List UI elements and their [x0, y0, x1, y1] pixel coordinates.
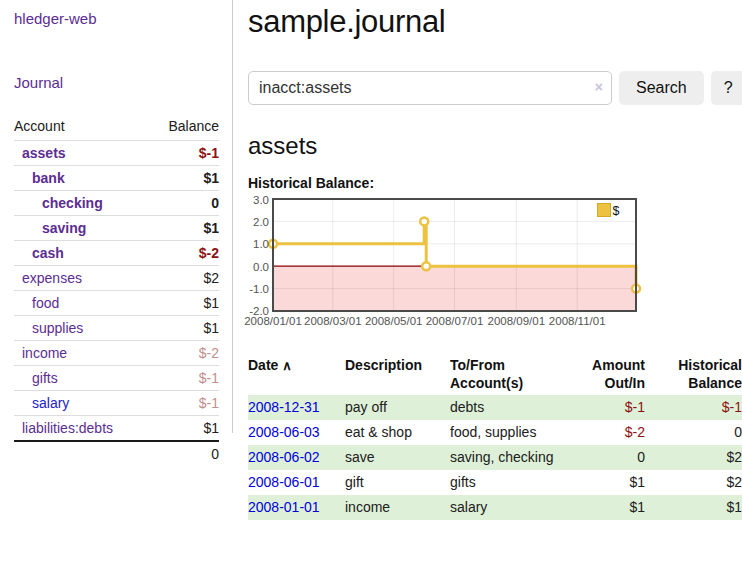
- account-row-supplies: supplies $1: [14, 316, 219, 341]
- account-link-expenses[interactable]: expenses: [22, 270, 82, 286]
- account-link-liabilities-debts[interactable]: liabilities:debts: [22, 420, 113, 436]
- transaction-description: save: [345, 445, 450, 470]
- y-axis-labels: 3.0 2.0 1.0 0.0 -1.0 -2.0: [249, 194, 269, 318]
- account-row-expenses: expenses $2: [14, 266, 219, 291]
- account-link-cash[interactable]: cash: [32, 245, 64, 261]
- help-button[interactable]: ?: [711, 71, 742, 105]
- svg-text:2008/11/01: 2008/11/01: [549, 315, 606, 327]
- account-row-saving: saving $1: [14, 216, 219, 241]
- column-header-description: Description: [345, 353, 450, 395]
- svg-text:2.0: 2.0: [253, 216, 269, 228]
- sidebar-item-journal[interactable]: Journal: [14, 74, 63, 91]
- account-row-food: food $1: [14, 291, 219, 316]
- account-balance: $1: [150, 166, 219, 191]
- account-row-liabilities-debts: liabilities:debts $1: [14, 416, 219, 442]
- search-bar: × Search ?: [248, 71, 742, 105]
- transaction-description: gift: [345, 470, 450, 495]
- svg-text:3.0: 3.0: [253, 194, 269, 206]
- svg-text:2008/09/01: 2008/09/01: [488, 315, 546, 327]
- sidebar-divider: [232, 0, 233, 433]
- account-link-saving[interactable]: saving: [42, 220, 86, 236]
- clear-search-icon[interactable]: ×: [595, 79, 603, 95]
- legend-label: $: [613, 204, 620, 218]
- chart-legend: $: [598, 204, 620, 218]
- svg-text:2008/01/01: 2008/01/01: [244, 315, 302, 327]
- transaction-balance: $2: [645, 470, 742, 495]
- transaction-date-link[interactable]: 2008-06-01: [248, 474, 320, 490]
- search-button[interactable]: Search: [619, 71, 704, 105]
- transaction-row: 2008-06-03 eat & shop food, supplies $-2…: [248, 420, 742, 445]
- account-balance: 0: [150, 191, 219, 216]
- account-link-supplies[interactable]: supplies: [32, 320, 83, 336]
- account-row-gifts: gifts $-1: [14, 366, 219, 391]
- transaction-accounts: gifts: [450, 470, 562, 495]
- accounts-header-row: Account Balance: [14, 113, 219, 141]
- transaction-amount: $1: [562, 495, 645, 520]
- register-table: Date ∧ Description To/From Account(s) Am…: [248, 353, 742, 520]
- account-link-assets[interactable]: assets: [22, 145, 66, 161]
- account-balance: $-1: [150, 366, 219, 391]
- legend-swatch: [598, 204, 611, 217]
- column-header-balance: Historical Balance: [645, 353, 742, 395]
- svg-text:-1.0: -1.0: [249, 283, 269, 295]
- transaction-row: 2008-12-31 pay off debts $-1 $-1: [248, 395, 742, 420]
- account-balance: $1: [150, 291, 219, 316]
- transaction-amount: $-1: [562, 395, 645, 420]
- transaction-accounts: salary: [450, 495, 562, 520]
- account-balance: $1: [150, 416, 219, 442]
- account-row-bank: bank $1: [14, 166, 219, 191]
- sidebar-nav: Journal: [14, 28, 220, 92]
- account-balance: $-2: [150, 341, 219, 366]
- account-row-checking: checking 0: [14, 191, 219, 216]
- account-balance: $-2: [150, 241, 219, 266]
- transaction-amount: $1: [562, 470, 645, 495]
- account-heading: assets: [248, 132, 742, 160]
- column-header-date[interactable]: Date ∧: [248, 353, 345, 395]
- transaction-date-link[interactable]: 2008-01-01: [248, 499, 320, 515]
- account-link-checking[interactable]: checking: [42, 195, 103, 211]
- accounts-total-value: 0: [150, 441, 219, 466]
- transaction-date-link[interactable]: 2008-12-31: [248, 399, 320, 415]
- svg-text:0.0: 0.0: [253, 261, 269, 273]
- register-header-row: Date ∧ Description To/From Account(s) Am…: [248, 353, 742, 395]
- data-point-marker: [420, 217, 428, 225]
- account-link-salary[interactable]: salary: [32, 395, 69, 411]
- app-title-link[interactable]: hledger-web: [14, 10, 97, 27]
- x-axis-labels: 2008/01/01 2008/03/01 2008/05/01 2008/07…: [244, 315, 605, 327]
- historical-balance-chart: 3.0 2.0 1.0 0.0 -1.0 -2.0 2008/01/01 200…: [245, 196, 645, 336]
- transaction-row: 2008-06-01 gift gifts $1 $2: [248, 470, 742, 495]
- svg-text:2008/07/01: 2008/07/01: [426, 315, 484, 327]
- account-balance: $-1: [150, 141, 219, 166]
- account-link-income[interactable]: income: [22, 345, 67, 361]
- search-input[interactable]: [248, 71, 612, 105]
- svg-text:2008/05/01: 2008/05/01: [365, 315, 423, 327]
- account-balance: $2: [150, 266, 219, 291]
- account-row-income: income $-2: [14, 341, 219, 366]
- sort-asc-icon: ∧: [282, 358, 292, 373]
- account-link-gifts[interactable]: gifts: [32, 370, 58, 386]
- transaction-date-link[interactable]: 2008-06-03: [248, 424, 320, 440]
- transaction-row: 2008-06-02 save saving, checking 0 $2: [248, 445, 742, 470]
- column-header-amount: Amount Out/In: [562, 353, 645, 395]
- account-balance: $1: [150, 216, 219, 241]
- transaction-balance: 0: [645, 420, 742, 445]
- account-balance: $-1: [150, 391, 219, 416]
- transaction-accounts: saving, checking: [450, 445, 562, 470]
- accounts-total-row: 0: [14, 441, 219, 466]
- account-link-food[interactable]: food: [32, 295, 59, 311]
- accounts-table: Account Balance assets $-1 bank $1 check…: [14, 113, 219, 466]
- svg-text:2008/03/01: 2008/03/01: [304, 315, 362, 327]
- transaction-date-link[interactable]: 2008-06-02: [248, 449, 320, 465]
- transaction-accounts: debts: [450, 395, 562, 420]
- transaction-balance: $-1: [645, 395, 742, 420]
- account-row-cash: cash $-2: [14, 241, 219, 266]
- transaction-balance: $1: [645, 495, 742, 520]
- svg-text:1.0: 1.0: [253, 238, 269, 250]
- transaction-description: eat & shop: [345, 420, 450, 445]
- account-row-assets: assets $-1: [14, 141, 219, 166]
- search-input-wrap: ×: [248, 71, 612, 105]
- page-title: sample.journal: [248, 4, 742, 40]
- column-header-date-label: Date: [248, 357, 278, 373]
- account-link-bank[interactable]: bank: [32, 170, 65, 186]
- transaction-amount: 0: [562, 445, 645, 470]
